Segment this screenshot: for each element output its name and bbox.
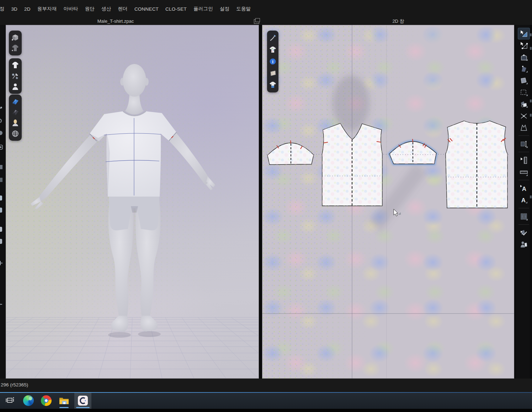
- float-window-icon[interactable]: [254, 19, 259, 24]
- status-bar: 296 (r52365): [0, 379, 532, 392]
- pen-polygon-tool[interactable]: [518, 63, 530, 75]
- globe-icon[interactable]: [10, 128, 20, 139]
- version-text: 296 (r52365): [1, 382, 28, 387]
- toolbar-2d-float: i: [267, 31, 278, 92]
- floor-grid: [6, 317, 259, 379]
- fabric-blue-icon[interactable]: [10, 96, 20, 107]
- avatar-head: [123, 64, 146, 97]
- edge-browser-icon[interactable]: [23, 395, 34, 406]
- edit-curvature-tool[interactable]: [518, 51, 530, 63]
- menu-item-connect[interactable]: CONNECT: [134, 6, 159, 12]
- fit-avatar-tool[interactable]: [518, 239, 530, 250]
- avatar-head-icon[interactable]: [10, 118, 20, 128]
- pattern-piece-sleeve-right[interactable]: [389, 139, 436, 164]
- fabric-sheet-icon[interactable]: [268, 68, 278, 79]
- toolbar-3d-group-assets: [9, 95, 22, 141]
- menu-bar: 수정 3D 2D 원부자재 아바타 원단 생산 렌더 CONNECT CLO-S…: [0, 0, 532, 18]
- menu-item-production[interactable]: 생산: [101, 6, 111, 12]
- pin-icon[interactable]: [10, 71, 20, 81]
- view2d-window-title: 2D 창: [370, 18, 427, 25]
- grading-ruler-tool[interactable]: [518, 154, 530, 166]
- viewport-3d[interactable]: [6, 25, 259, 379]
- partial-icon[interactable]: [0, 207, 4, 213]
- menu-item-avatar[interactable]: 아바타: [64, 6, 78, 12]
- partial-icon[interactable]: [0, 226, 4, 232]
- sewing-check-tool[interactable]: [518, 227, 530, 239]
- explorer-running-indicator: [59, 407, 69, 408]
- avatar-left-foot: [111, 316, 128, 332]
- measure-ruler-tool[interactable]: [518, 166, 530, 178]
- buttons-tool[interactable]: [518, 210, 530, 222]
- partial-icon[interactable]: [0, 106, 4, 112]
- file-explorer-icon[interactable]: [59, 395, 69, 406]
- edit-text-tool[interactable]: A: [518, 182, 530, 194]
- left-edge-toolbar: [0, 25, 6, 379]
- menu-item-edit[interactable]: 수정: [0, 6, 4, 12]
- svg-text:A: A: [522, 186, 526, 192]
- menu-item-closet[interactable]: CLO-SET: [165, 6, 187, 12]
- menu-item-plugin[interactable]: 플러그인: [193, 6, 213, 12]
- svg-text:A: A: [521, 197, 526, 204]
- menu-item-settings[interactable]: 설정: [220, 6, 229, 12]
- menu-item-help[interactable]: 도움말: [236, 6, 251, 12]
- menu-item-fabric[interactable]: 원단: [85, 6, 95, 12]
- avatar-neck: [125, 95, 144, 114]
- clo3d-running-indicator: [76, 407, 90, 408]
- needle-icon[interactable]: [268, 33, 278, 43]
- partial-icon[interactable]: [0, 301, 4, 307]
- dart-tool[interactable]: [518, 122, 530, 133]
- partial-icon[interactable]: [0, 177, 4, 183]
- textured-garment-icon[interactable]: [10, 43, 20, 54]
- shirt-icon[interactable]: [10, 60, 20, 71]
- menu-item-2d[interactable]: 2D: [24, 6, 31, 12]
- edit-pattern-tool[interactable]: [518, 39, 530, 51]
- partial-icon[interactable]: [0, 260, 4, 266]
- svg-text:i: i: [272, 59, 273, 64]
- scene-3d: [6, 25, 259, 379]
- windows-taskbar: [0, 392, 532, 409]
- partial-icon[interactable]: [0, 144, 4, 150]
- pattern-board: [262, 25, 514, 379]
- seam-allowance-tool[interactable]: [518, 138, 530, 150]
- viewport-2d[interactable]: i: [262, 25, 514, 379]
- avatar-right-arm: [169, 132, 211, 186]
- avatar-tshirt: [90, 111, 176, 197]
- simulation-cube-icon[interactable]: [10, 32, 20, 43]
- pattern-piece-back-bodice[interactable]: [446, 121, 507, 208]
- transform-pattern-tool[interactable]: [518, 28, 530, 39]
- view3d-window-title: Male_T-shirt.zpac: [71, 18, 160, 24]
- partial-icon[interactable]: [0, 195, 4, 200]
- menu-item-render[interactable]: 렌더: [118, 6, 127, 12]
- avatar-left-arm: [37, 134, 97, 202]
- text-tool[interactable]: A: [518, 194, 530, 206]
- pattern-piece-sleeve-left[interactable]: [267, 140, 314, 165]
- partial-icon[interactable]: [0, 164, 4, 170]
- task-view-button[interactable]: [5, 395, 16, 406]
- rectangle-tool[interactable]: [518, 75, 530, 86]
- monitor-bezel: [0, 409, 532, 412]
- camera-reflection: [332, 75, 369, 131]
- menu-item-3d[interactable]: 3D: [11, 6, 17, 12]
- menu-item-trims[interactable]: 원부자재: [37, 6, 57, 12]
- avatar-right-foot: [140, 316, 158, 332]
- info-icon[interactable]: i: [268, 56, 278, 67]
- toolbar-3d-group-garment: [9, 58, 22, 94]
- notch-cross-tool[interactable]: [518, 110, 530, 122]
- pattern-shirt-icon[interactable]: [268, 80, 278, 90]
- avatar-pose-icon[interactable]: [10, 81, 20, 92]
- partial-icon[interactable]: [0, 130, 4, 136]
- toolbar-3d-group-simulation: [9, 31, 22, 55]
- clo3d-application-window: 수정 3D 2D 원부자재 아바타 원단 생산 렌더 CONNECT CLO-S…: [0, 0, 532, 412]
- clo3d-app-icon[interactable]: [78, 395, 88, 406]
- printed-shirt-icon[interactable]: [268, 44, 278, 55]
- fabric-dark-icon[interactable]: [10, 107, 20, 118]
- avatar-male[interactable]: [31, 64, 215, 338]
- right-edge-strip: [530, 25, 532, 379]
- partial-icon[interactable]: [0, 118, 4, 124]
- chrome-browser-icon[interactable]: [41, 395, 52, 406]
- trace-tool[interactable]: [518, 86, 530, 98]
- partial-icon[interactable]: [0, 238, 4, 244]
- cut-and-sew-tool[interactable]: [518, 98, 530, 110]
